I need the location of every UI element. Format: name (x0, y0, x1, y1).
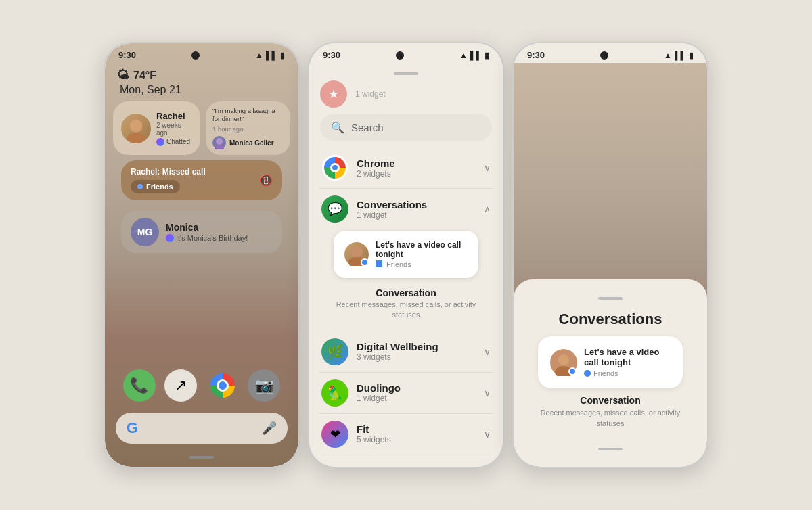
fit-row[interactable]: ❤ Fit 5 widgets ∨ (320, 414, 492, 455)
conversations-widgets: 1 widget (357, 210, 427, 220)
partial-widget-text: 1 widget (347, 89, 492, 99)
conversations-widget-preview[interactable]: Let's have a video call tonight · Friend… (334, 231, 478, 278)
friends-dot (137, 184, 143, 189)
phone-content: 9:30 ▲ ▌▌ ▮ 🌤 74°F Mon, Sep 21 (105, 43, 298, 467)
rachel-status-text: Chatted (166, 138, 190, 145)
weather-emoji: 🌤 (117, 68, 129, 83)
chrome-app-icon[interactable] (206, 369, 239, 402)
phone3-widget-contact: Friends (584, 369, 671, 377)
monica-birthday-widget[interactable]: MG Monica It's Monica's Birthday! (121, 211, 282, 253)
duolingo-widgets: 1 widget (357, 394, 401, 403)
chrome-name: Chrome (357, 158, 395, 169)
svg-point-2 (130, 120, 142, 132)
camera-dot (191, 51, 200, 60)
widget-overlay-card: Conversations Let's have a v (514, 279, 707, 467)
monica-quote-card[interactable]: "I'm making a lasagna for dinner!" 1 hou… (206, 101, 290, 155)
wifi-icon: ▲ (255, 51, 263, 60)
rachel-card[interactable]: Rachel 2 weeks ago Chatted (113, 101, 200, 155)
chrome-inner-2 (330, 163, 340, 172)
scroll-indicator (309, 63, 503, 78)
signal-icon-3: ▌▌ (675, 51, 686, 60)
duolingo-chevron: ∨ (484, 388, 491, 398)
monica-small-avatar (212, 136, 226, 149)
camera-dot-3 (600, 51, 608, 60)
conversations-header[interactable]: 💬 Conversations 1 widget ∧ (320, 189, 492, 227)
search-icon: 🔍 (331, 121, 344, 134)
partial-widget-row: ★ 1 widget (309, 78, 503, 110)
home-indicator (189, 456, 214, 459)
partial-app-icon: ★ (320, 80, 347, 108)
widget-desc-title: Conversation (334, 287, 478, 298)
phone3-home-indicator (524, 436, 696, 453)
monica-quote-text: "I'm making a lasagna for dinner!" (212, 107, 284, 124)
landscape-bg: Conversations Let's have a v (514, 63, 707, 467)
duolingo-row[interactable]: 🦜 Duolingo 1 widget ∨ (320, 373, 492, 414)
status-bar: 9:30 ▲ ▌▌ ▮ (105, 43, 298, 63)
card-drag-indicator (598, 297, 623, 300)
weather-row: 🌤 74°F (117, 68, 286, 83)
mg-initials: MG (137, 227, 153, 237)
duolingo-row-left: 🦜 Duolingo 1 widget (321, 379, 401, 407)
phones-container: 9:30 ▲ ▌▌ ▮ 🌤 74°F Mon, Sep 21 (90, 28, 722, 482)
phone3-widget-text: Let's have a video call tonight Friends (584, 347, 671, 377)
missed-call-widget[interactable]: Rachel: Missed call Friends 📵 (121, 160, 282, 200)
status-icons: ▲ ▌▌ ▮ (255, 51, 285, 60)
camera-app-icon[interactable]: 📷 (248, 369, 280, 402)
rachel-info: Rachel 2 weeks ago Chatted (156, 111, 192, 146)
widget-search-box[interactable]: 🔍 Search (320, 114, 492, 141)
search-placeholder: Search (351, 122, 384, 133)
dw-widgets: 3 widgets (357, 352, 438, 362)
battery-icon-3: ▮ (689, 51, 694, 60)
status-icons-3: ▲ ▌▌ ▮ (664, 51, 694, 60)
signal-icon-2: ▌▌ (470, 51, 482, 60)
status-time-3: 9:30 (527, 50, 545, 60)
wifi-icon-3: ▲ (664, 51, 672, 60)
phone-app-icon[interactable]: 📞 (123, 369, 156, 402)
monica-widget-info: Monica It's Monica's Birthday! (166, 222, 248, 242)
google-g-icon: G (127, 419, 138, 437)
phone-home-screen: 9:30 ▲ ▌▌ ▮ 🌤 74°F Mon, Sep 21 (104, 42, 300, 468)
monica-quote-time: 1 hour ago (212, 125, 284, 133)
conversations-row-left: 💬 Conversations 1 widget (321, 195, 427, 223)
google-search-bar[interactable]: G 🎤 (116, 413, 288, 444)
wifi-icon-2: ▲ (459, 51, 468, 60)
chrome-app-row[interactable]: Chrome 2 widgets ∨ (320, 147, 492, 189)
status-time: 9:30 (118, 50, 136, 60)
phone3-content: 9:30 ▲ ▌▌ ▮ Conversations (514, 43, 707, 467)
phone-conversations-detail: 9:30 ▲ ▌▌ ▮ Conversations (512, 42, 708, 468)
chrome-ring (210, 373, 235, 398)
phone3-widget-preview[interactable]: Let's have a video call tonight Friends (538, 336, 683, 388)
phone-widget-picker: 9:30 ▲ ▌▌ ▮ ★ 1 widget 🔍 Sea (308, 42, 504, 468)
conversations-section: 💬 Conversations 1 widget ∧ (320, 189, 492, 331)
digital-wellbeing-row[interactable]: 🌿 Digital Wellbeing 3 widgets ∨ (320, 331, 492, 373)
phone3-desc-title: Conversation (538, 395, 683, 406)
phone3-widget-avatar (550, 349, 577, 376)
fit-info: Fit 5 widgets (357, 423, 391, 444)
status-bar-2: 9:30 ▲ ▌▌ ▮ (309, 43, 503, 63)
maps-app-icon[interactable]: ↗ (164, 369, 197, 402)
chrome-icon (321, 154, 348, 181)
svg-point-5 (351, 246, 363, 258)
phone3-desc-sub: Recent messages, missed calls, or activi… (538, 408, 683, 429)
widget-list: 🔍 Search Chrome 2 widgets (309, 110, 503, 467)
messenger-icon (156, 138, 164, 146)
fit-widgets: 5 widgets (357, 435, 391, 444)
battery-icon: ▮ (280, 51, 285, 60)
bottom-indicator (598, 448, 623, 450)
monica-widget-sub: It's Monica's Birthday! (166, 234, 248, 242)
microphone-icon[interactable]: 🎤 (262, 421, 277, 436)
phone3-widget-message: Let's have a video call tonight (584, 347, 671, 367)
chrome-row-left: Chrome 2 widgets (321, 154, 395, 181)
svg-point-8 (558, 354, 569, 365)
widget-message: Let's have a video call tonight (376, 240, 468, 259)
duolingo-info: Duolingo 1 widget (357, 382, 401, 403)
widget-preview-avatar (344, 242, 369, 266)
chrome-chevron-down: ∨ (484, 162, 491, 173)
widget-preview-info: Let's have a video call tonight · Friend… (376, 240, 468, 269)
chrome-inner (217, 379, 229, 392)
svg-point-1 (127, 133, 145, 143)
camera-dot-2 (396, 51, 404, 60)
conversations-page-title: Conversations (524, 308, 696, 336)
widget-status-dot (361, 258, 369, 266)
conversations-name: Conversations (357, 199, 427, 210)
